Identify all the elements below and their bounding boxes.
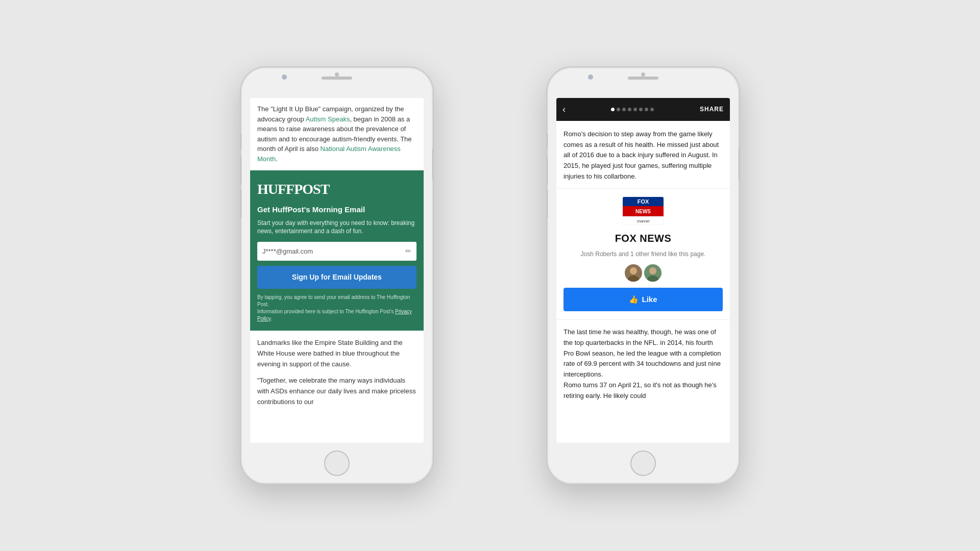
- nav-dot-4: [628, 108, 631, 111]
- autism-speaks-link[interactable]: Autism Speaks: [306, 115, 350, 123]
- nav-dot-7: [645, 108, 648, 111]
- legal-text-3: .: [271, 316, 272, 321]
- phone-2-home-button[interactable]: [630, 450, 656, 476]
- phone-1-top-bar: [241, 67, 433, 98]
- phone-2-speaker: [628, 77, 658, 80]
- phone-1-dot: [335, 72, 339, 77]
- svg-text:channel: channel: [637, 219, 650, 223]
- phone-1-home-button[interactable]: [324, 450, 350, 476]
- svg-text:FOX: FOX: [638, 198, 649, 205]
- phone-1-camera: [282, 74, 287, 80]
- phone-2-vol-down-button: [546, 190, 548, 218]
- phone-2-power-button: [739, 149, 740, 180]
- phone-1: The "Light It Up Blue" campaign, organiz…: [240, 66, 434, 485]
- phone-2-screen: ‹ SHARE Romo's decision to step away: [556, 98, 730, 443]
- share-button[interactable]: SHARE: [700, 105, 724, 114]
- phone-1-vol-down-button: [240, 190, 241, 218]
- phone-2-dot: [641, 72, 645, 77]
- nav-dot-1: [611, 108, 615, 111]
- signup-email-button[interactable]: Sign Up for Email Updates: [257, 266, 416, 289]
- foxnews-logo-image: FOX NEWS channel: [623, 197, 664, 225]
- foxnews-card: FOX NEWS channel FOX NEWS Josh Roberts a…: [556, 188, 730, 320]
- phones-container: The "Light It Up Blue" campaign, organiz…: [0, 66, 980, 485]
- email-input-container[interactable]: J****@gmail.com ✏: [257, 242, 416, 261]
- phone-2-article-text: Romo's decision to step away from the ga…: [556, 121, 730, 188]
- phone-1-bottom: [324, 443, 350, 484]
- phone-1-top-article: The "Light It Up Blue" campaign, organiz…: [250, 98, 424, 170]
- friend-avatar-1: [625, 264, 642, 282]
- article-text-end: .: [276, 155, 278, 163]
- svg-text:NEWS: NEWS: [635, 209, 651, 214]
- phone-2-bottom: [630, 443, 656, 484]
- nav-dot-6: [639, 108, 643, 111]
- huffpost-section: HUFFPOST Get HuffPost's Morning Email St…: [250, 170, 424, 331]
- nav-dot-8: [650, 108, 654, 111]
- phone-1-content: The "Light It Up Blue" campaign, organiz…: [250, 98, 424, 421]
- huffpost-subtitle: Get HuffPost's Morning Email: [257, 204, 416, 216]
- legal-text-1: By tapping, you agree to send your email…: [257, 294, 410, 307]
- phone-1-vol-up-button: [240, 157, 241, 185]
- nav-dot-2: [617, 108, 620, 111]
- phone-2-nav: ‹ SHARE: [556, 98, 730, 121]
- phone-1-screen: The "Light It Up Blue" campaign, organiz…: [250, 98, 424, 443]
- like-button[interactable]: 👍 Like: [564, 288, 723, 311]
- phone-2: ‹ SHARE Romo's decision to step away: [546, 66, 740, 485]
- friend-avatar-2: [644, 264, 662, 282]
- phone-1-speaker: [322, 77, 352, 80]
- svg-point-10: [630, 267, 637, 274]
- like-label: Like: [642, 293, 657, 306]
- nav-dot-5: [633, 108, 637, 111]
- nav-dot-3: [622, 108, 626, 111]
- back-button[interactable]: ‹: [562, 102, 566, 117]
- phone-1-mute-button: [240, 134, 241, 149]
- foxnews-name: FOX NEWS: [564, 230, 723, 246]
- nav-dots: [611, 108, 654, 111]
- phone-2-top-bar: [547, 67, 739, 98]
- phone2-bottom-paragraph-2: Romo turns 37 on April 21, so it's not a…: [564, 380, 723, 402]
- phone-2-mute-button: [546, 134, 548, 149]
- like-icon: 👍: [629, 293, 639, 306]
- foxnews-avatars: [564, 264, 723, 282]
- phone-2-bottom-text: The last time he was healthy, though, he…: [556, 320, 730, 409]
- phone-1-bottom-article: Landmarks like the Empire State Building…: [250, 331, 424, 421]
- huffpost-legal-text: By tapping, you agree to send your email…: [257, 294, 416, 322]
- bottom-paragraph-1: Landmarks like the Empire State Building…: [257, 338, 416, 369]
- svg-point-13: [649, 267, 656, 274]
- phone2-bottom-paragraph-1: The last time he was healthy, though, he…: [564, 327, 723, 380]
- phone-2-vol-up-button: [546, 157, 548, 185]
- edit-icon[interactable]: ✏: [405, 246, 411, 257]
- email-input-value: J****@gmail.com: [262, 246, 405, 257]
- phone-1-power-button: [432, 149, 434, 180]
- foxnews-friends-text: Josh Roberts and 1 other friend like thi…: [564, 249, 723, 259]
- phone-2-content: ‹ SHARE Romo's decision to step away: [556, 98, 730, 409]
- phone-2-camera: [588, 74, 593, 80]
- foxnews-logo-container: FOX NEWS channel: [564, 197, 723, 225]
- huffpost-logo: HUFFPOST: [257, 179, 416, 200]
- bottom-paragraph-2: "Together, we celebrate the many ways in…: [257, 375, 416, 407]
- huffpost-description: Start your day with everything you need …: [257, 219, 416, 236]
- legal-text-2: Information provided here is subject to …: [257, 309, 395, 314]
